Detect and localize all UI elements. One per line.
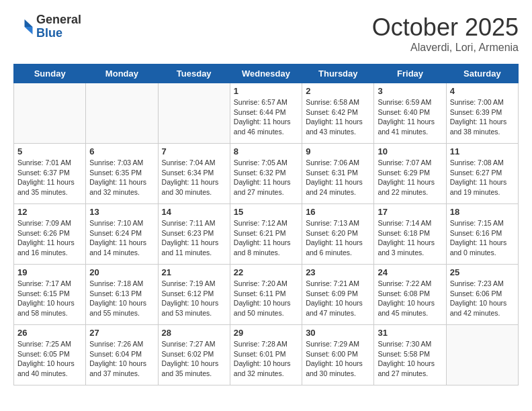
- cell-info: Sunrise: 7:22 AM Sunset: 6:08 PM Dayligh…: [378, 279, 442, 318]
- day-header-monday: Monday: [86, 64, 158, 83]
- calendar-cell: [14, 83, 86, 144]
- day-number: 13: [89, 207, 154, 217]
- cell-info: Sunrise: 7:25 AM Sunset: 6:05 PM Dayligh…: [17, 339, 82, 379]
- logo: General Blue: [13, 13, 81, 40]
- day-number: 7: [162, 146, 226, 156]
- day-number: 22: [234, 267, 298, 277]
- cell-info: Sunrise: 7:09 AM Sunset: 6:26 PM Dayligh…: [17, 218, 82, 258]
- calendar-cell: 11Sunrise: 7:08 AM Sunset: 6:27 PM Dayli…: [446, 144, 518, 204]
- days-header-row: SundayMondayTuesdayWednesdayThursdayFrid…: [14, 64, 519, 83]
- calendar-cell: [86, 83, 158, 144]
- logo-general-text: General: [36, 13, 81, 27]
- logo-icon: [13, 17, 34, 37]
- week-row-1: 1Sunrise: 6:57 AM Sunset: 6:44 PM Daylig…: [14, 83, 519, 144]
- calendar-cell: 9Sunrise: 7:06 AM Sunset: 6:31 PM Daylig…: [302, 144, 374, 204]
- cell-info: Sunrise: 7:23 AM Sunset: 6:06 PM Dayligh…: [450, 279, 515, 318]
- cell-info: Sunrise: 7:19 AM Sunset: 6:12 PM Dayligh…: [162, 279, 226, 318]
- calendar-cell: 2Sunrise: 6:58 AM Sunset: 6:42 PM Daylig…: [302, 83, 374, 144]
- calendar-cell: 26Sunrise: 7:25 AM Sunset: 6:05 PM Dayli…: [14, 325, 86, 385]
- week-row-4: 19Sunrise: 7:17 AM Sunset: 6:15 PM Dayli…: [14, 265, 519, 325]
- cell-info: Sunrise: 7:03 AM Sunset: 6:35 PM Dayligh…: [89, 158, 154, 197]
- page-header: General Blue October 2025 Alaverdi, Lori…: [13, 13, 519, 54]
- day-number: 23: [306, 267, 370, 277]
- day-number: 31: [378, 328, 442, 338]
- day-number: 27: [89, 328, 154, 338]
- day-number: 17: [378, 207, 442, 217]
- day-number: 3: [378, 86, 442, 96]
- title-block: October 2025 Alaverdi, Lori, Armenia: [372, 13, 519, 54]
- month-title: October 2025: [372, 13, 519, 42]
- week-row-3: 12Sunrise: 7:09 AM Sunset: 6:26 PM Dayli…: [14, 204, 519, 265]
- cell-info: Sunrise: 7:14 AM Sunset: 6:18 PM Dayligh…: [378, 218, 442, 258]
- calendar-cell: [446, 325, 518, 385]
- calendar-cell: 17Sunrise: 7:14 AM Sunset: 6:18 PM Dayli…: [374, 204, 446, 265]
- cell-info: Sunrise: 6:57 AM Sunset: 6:44 PM Dayligh…: [234, 97, 298, 137]
- svg-marker-0: [25, 19, 33, 27]
- day-number: 11: [450, 146, 515, 156]
- calendar-cell: 6Sunrise: 7:03 AM Sunset: 6:35 PM Daylig…: [86, 144, 158, 204]
- cell-info: Sunrise: 7:30 AM Sunset: 5:58 PM Dayligh…: [378, 339, 442, 379]
- week-row-2: 5Sunrise: 7:01 AM Sunset: 6:37 PM Daylig…: [14, 144, 519, 204]
- calendar-cell: 31Sunrise: 7:30 AM Sunset: 5:58 PM Dayli…: [374, 325, 446, 385]
- day-header-thursday: Thursday: [302, 64, 374, 83]
- cell-info: Sunrise: 7:20 AM Sunset: 6:11 PM Dayligh…: [234, 279, 298, 318]
- calendar-cell: 18Sunrise: 7:15 AM Sunset: 6:16 PM Dayli…: [446, 204, 518, 265]
- cell-info: Sunrise: 7:08 AM Sunset: 6:27 PM Dayligh…: [450, 158, 515, 197]
- day-number: 30: [306, 328, 370, 338]
- location-subtitle: Alaverdi, Lori, Armenia: [372, 42, 519, 54]
- cell-info: Sunrise: 7:17 AM Sunset: 6:15 PM Dayligh…: [17, 279, 82, 318]
- day-number: 4: [450, 86, 515, 96]
- calendar-cell: 14Sunrise: 7:11 AM Sunset: 6:23 PM Dayli…: [158, 204, 230, 265]
- day-number: 20: [89, 267, 154, 277]
- calendar-cell: 12Sunrise: 7:09 AM Sunset: 6:26 PM Dayli…: [14, 204, 86, 265]
- day-number: 2: [306, 86, 370, 96]
- cell-info: Sunrise: 7:12 AM Sunset: 6:21 PM Dayligh…: [234, 218, 298, 258]
- cell-info: Sunrise: 7:28 AM Sunset: 6:01 PM Dayligh…: [234, 339, 298, 379]
- day-header-wednesday: Wednesday: [230, 64, 302, 83]
- calendar-cell: 13Sunrise: 7:10 AM Sunset: 6:24 PM Dayli…: [86, 204, 158, 265]
- cell-info: Sunrise: 7:18 AM Sunset: 6:13 PM Dayligh…: [89, 279, 154, 318]
- calendar-cell: [158, 83, 230, 144]
- calendar-cell: 15Sunrise: 7:12 AM Sunset: 6:21 PM Dayli…: [230, 204, 302, 265]
- calendar-cell: 8Sunrise: 7:05 AM Sunset: 6:32 PM Daylig…: [230, 144, 302, 204]
- day-number: 15: [234, 207, 298, 217]
- cell-info: Sunrise: 7:07 AM Sunset: 6:29 PM Dayligh…: [378, 158, 442, 197]
- day-number: 16: [306, 207, 370, 217]
- calendar-cell: 3Sunrise: 6:59 AM Sunset: 6:40 PM Daylig…: [374, 83, 446, 144]
- logo-text: General Blue: [36, 13, 81, 40]
- cell-info: Sunrise: 7:26 AM Sunset: 6:04 PM Dayligh…: [89, 339, 154, 379]
- day-header-tuesday: Tuesday: [158, 64, 230, 83]
- day-number: 12: [17, 207, 82, 217]
- calendar-table: SundayMondayTuesdayWednesdayThursdayFrid…: [13, 64, 519, 385]
- calendar-cell: 10Sunrise: 7:07 AM Sunset: 6:29 PM Dayli…: [374, 144, 446, 204]
- day-number: 9: [306, 146, 370, 156]
- calendar-cell: 1Sunrise: 6:57 AM Sunset: 6:44 PM Daylig…: [230, 83, 302, 144]
- calendar-cell: 16Sunrise: 7:13 AM Sunset: 6:20 PM Dayli…: [302, 204, 374, 265]
- day-header-sunday: Sunday: [14, 64, 86, 83]
- cell-info: Sunrise: 6:58 AM Sunset: 6:42 PM Dayligh…: [306, 97, 370, 137]
- cell-info: Sunrise: 7:15 AM Sunset: 6:16 PM Dayligh…: [450, 218, 515, 258]
- cell-info: Sunrise: 7:27 AM Sunset: 6:02 PM Dayligh…: [162, 339, 226, 379]
- calendar-cell: 24Sunrise: 7:22 AM Sunset: 6:08 PM Dayli…: [374, 265, 446, 325]
- calendar-cell: 20Sunrise: 7:18 AM Sunset: 6:13 PM Dayli…: [86, 265, 158, 325]
- calendar-cell: 22Sunrise: 7:20 AM Sunset: 6:11 PM Dayli…: [230, 265, 302, 325]
- calendar-cell: 21Sunrise: 7:19 AM Sunset: 6:12 PM Dayli…: [158, 265, 230, 325]
- day-number: 24: [378, 267, 442, 277]
- logo-blue-text: Blue: [36, 27, 81, 40]
- cell-info: Sunrise: 7:21 AM Sunset: 6:09 PM Dayligh…: [306, 279, 370, 318]
- calendar-cell: 23Sunrise: 7:21 AM Sunset: 6:09 PM Dayli…: [302, 265, 374, 325]
- cell-info: Sunrise: 7:11 AM Sunset: 6:23 PM Dayligh…: [162, 218, 226, 258]
- day-number: 29: [234, 328, 298, 338]
- svg-marker-1: [25, 27, 33, 34]
- day-number: 18: [450, 207, 515, 217]
- calendar-cell: 5Sunrise: 7:01 AM Sunset: 6:37 PM Daylig…: [14, 144, 86, 204]
- calendar-cell: 29Sunrise: 7:28 AM Sunset: 6:01 PM Dayli…: [230, 325, 302, 385]
- cell-info: Sunrise: 7:00 AM Sunset: 6:39 PM Dayligh…: [450, 97, 515, 137]
- day-number: 14: [162, 207, 226, 217]
- day-number: 10: [378, 146, 442, 156]
- day-number: 5: [17, 146, 82, 156]
- calendar-cell: 28Sunrise: 7:27 AM Sunset: 6:02 PM Dayli…: [158, 325, 230, 385]
- calendar-cell: 27Sunrise: 7:26 AM Sunset: 6:04 PM Dayli…: [86, 325, 158, 385]
- cell-info: Sunrise: 7:13 AM Sunset: 6:20 PM Dayligh…: [306, 218, 370, 258]
- day-number: 26: [17, 328, 82, 338]
